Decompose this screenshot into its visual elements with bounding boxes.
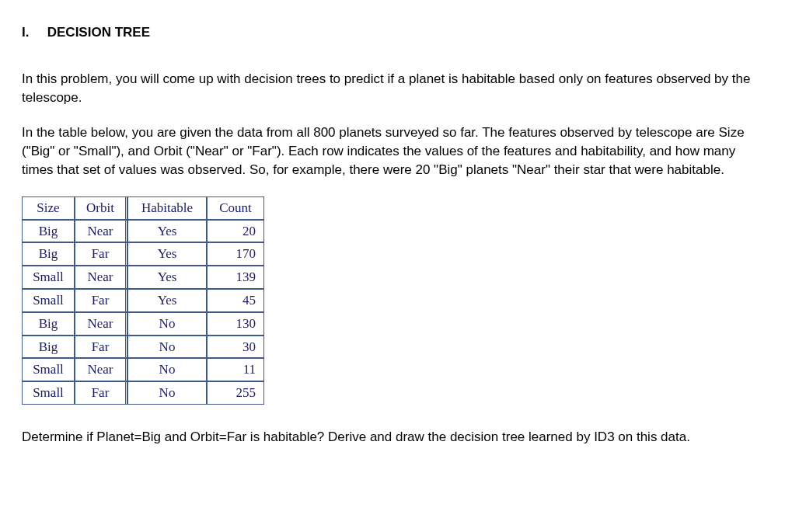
heading-title: DECISION TREE <box>47 25 150 40</box>
cell-size: Big <box>22 336 75 359</box>
header-count: Count <box>207 196 264 220</box>
cell-habitable: Yes <box>127 289 207 312</box>
cell-habitable: No <box>127 381 207 405</box>
header-habitable: Habitable <box>127 196 207 220</box>
table-header-row: Size Orbit Habitable Count <box>22 196 264 220</box>
cell-orbit: Near <box>75 220 127 243</box>
table-row: Small Far Yes 45 <box>22 289 264 312</box>
cell-habitable: Yes <box>127 220 207 243</box>
cell-orbit: Far <box>75 242 127 266</box>
description-paragraph: In the table below, you are given the da… <box>22 123 768 179</box>
table-row: Big Near Yes 20 <box>22 220 264 243</box>
cell-orbit: Near <box>75 358 127 381</box>
cell-count: 11 <box>207 358 264 381</box>
cell-size: Small <box>22 266 75 289</box>
header-size: Size <box>22 196 75 220</box>
table-row: Big Far No 30 <box>22 336 264 359</box>
cell-count: 255 <box>207 381 264 405</box>
cell-size: Small <box>22 358 75 381</box>
cell-orbit: Near <box>75 312 127 336</box>
cell-size: Small <box>22 381 75 405</box>
table-row: Small Near Yes 139 <box>22 266 264 289</box>
planet-data-table: Size Orbit Habitable Count Big Near Yes … <box>22 196 264 405</box>
cell-habitable: No <box>127 358 207 381</box>
table-row: Small Far No 255 <box>22 381 264 405</box>
cell-count: 139 <box>207 266 264 289</box>
cell-habitable: No <box>127 336 207 359</box>
question-paragraph: Determine if Planet=Big and Orbit=Far is… <box>22 428 768 447</box>
cell-orbit: Far <box>75 336 127 359</box>
cell-count: 45 <box>207 289 264 312</box>
header-orbit: Orbit <box>75 196 127 220</box>
cell-orbit: Far <box>75 381 127 405</box>
section-heading: I. DECISION TREE <box>22 23 770 42</box>
cell-count: 30 <box>207 336 264 359</box>
table-row: Big Near No 130 <box>22 312 264 336</box>
table-row: Small Near No 11 <box>22 358 264 381</box>
cell-habitable: Yes <box>127 242 207 266</box>
cell-count: 170 <box>207 242 264 266</box>
heading-number: I. <box>22 23 44 42</box>
cell-orbit: Near <box>75 266 127 289</box>
intro-paragraph: In this problem, you will come up with d… <box>22 70 768 107</box>
cell-size: Big <box>22 220 75 243</box>
table-row: Big Far Yes 170 <box>22 242 264 266</box>
cell-orbit: Far <box>75 289 127 312</box>
cell-size: Small <box>22 289 75 312</box>
cell-size: Big <box>22 312 75 336</box>
cell-count: 20 <box>207 220 264 243</box>
cell-habitable: No <box>127 312 207 336</box>
cell-size: Big <box>22 242 75 266</box>
cell-count: 130 <box>207 312 264 336</box>
cell-habitable: Yes <box>127 266 207 289</box>
